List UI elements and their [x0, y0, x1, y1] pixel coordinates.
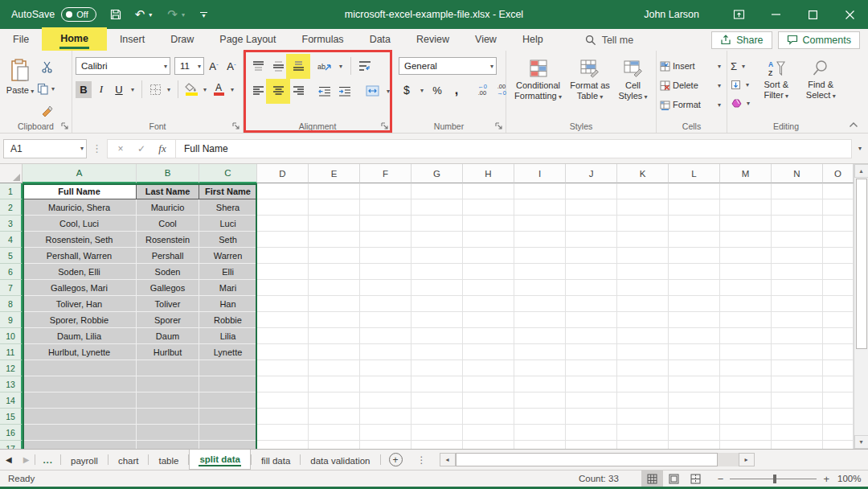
- top-align-button[interactable]: [250, 58, 266, 75]
- cell-I11[interactable]: [514, 344, 566, 360]
- cell-H16[interactable]: [463, 425, 514, 441]
- formula-input[interactable]: Full Name: [176, 139, 852, 158]
- cell-H10[interactable]: [463, 328, 514, 344]
- cell-O3[interactable]: [823, 216, 854, 232]
- clipboard-dialog-launcher[interactable]: [60, 121, 69, 130]
- accounting-dropdown-icon[interactable]: ▾: [418, 87, 426, 94]
- cell-I17[interactable]: [514, 441, 566, 449]
- cell-G15[interactable]: [411, 409, 463, 425]
- cell-J16[interactable]: [566, 425, 617, 441]
- cell-J7[interactable]: [566, 280, 617, 296]
- cell-D2[interactable]: [257, 199, 309, 216]
- cell-J8[interactable]: [566, 296, 617, 312]
- zoom-slider[interactable]: [730, 479, 817, 479]
- cell-H2[interactable]: [463, 199, 514, 216]
- row-header-14[interactable]: 14: [0, 392, 23, 409]
- cell-D17[interactable]: [257, 441, 309, 449]
- autosum-dropdown-icon[interactable]: ▾: [739, 63, 747, 70]
- cell-L6[interactable]: [669, 264, 720, 280]
- cell-J10[interactable]: [566, 328, 617, 344]
- tab-review[interactable]: Review: [403, 29, 462, 51]
- font-family-select[interactable]: Calibri ▾: [76, 57, 170, 75]
- share-button[interactable]: Share: [711, 31, 772, 49]
- alignment-dialog-launcher[interactable]: [380, 121, 389, 130]
- cell-C12[interactable]: [199, 360, 257, 376]
- cell-O9[interactable]: [823, 312, 854, 328]
- cell-N16[interactable]: [772, 425, 823, 441]
- cell-K8[interactable]: [617, 296, 669, 312]
- cell-J17[interactable]: [566, 441, 617, 449]
- orientation-button[interactable]: ab: [317, 58, 333, 75]
- cell-C2[interactable]: Shera: [199, 199, 257, 216]
- cell-H4[interactable]: [463, 232, 514, 248]
- cell-C5[interactable]: Warren: [199, 248, 257, 264]
- column-header-L[interactable]: L: [669, 164, 720, 183]
- cell-M4[interactable]: [720, 232, 772, 248]
- format-dropdown-icon[interactable]: ▾: [715, 101, 723, 109]
- cell-J9[interactable]: [566, 312, 617, 328]
- cell-C14[interactable]: [199, 392, 257, 409]
- scroll-left-icon[interactable]: ◂: [440, 453, 456, 466]
- cell-M11[interactable]: [720, 344, 772, 360]
- cell-G2[interactable]: [411, 199, 463, 216]
- tab-view[interactable]: View: [462, 29, 510, 51]
- cell-I8[interactable]: [514, 296, 566, 312]
- cell-C17[interactable]: [199, 441, 257, 449]
- cell-M3[interactable]: [720, 216, 772, 232]
- cell-N1[interactable]: [772, 183, 823, 199]
- cell-H7[interactable]: [463, 280, 514, 296]
- sheet-overflow-button[interactable]: ...: [35, 450, 60, 470]
- align-right-button[interactable]: [290, 83, 306, 100]
- cell-F15[interactable]: [360, 409, 411, 425]
- cell-L13[interactable]: [669, 376, 720, 392]
- font-color-button[interactable]: A: [211, 81, 227, 98]
- column-header-K[interactable]: K: [617, 164, 669, 183]
- cell-G5[interactable]: [411, 248, 463, 264]
- cell-O11[interactable]: [823, 344, 854, 360]
- cell-E17[interactable]: [309, 441, 360, 449]
- cell-N10[interactable]: [772, 328, 823, 344]
- cell-G17[interactable]: [411, 441, 463, 449]
- row-header-10[interactable]: 10: [0, 328, 23, 344]
- font-dialog-launcher[interactable]: [231, 121, 240, 130]
- cell-K14[interactable]: [617, 392, 669, 409]
- cell-I3[interactable]: [514, 216, 566, 232]
- insert-cells-button[interactable]: Insert ▾: [660, 58, 723, 74]
- delete-cells-button[interactable]: Delete ▾: [660, 77, 723, 93]
- font-color-dropdown-icon[interactable]: ▾: [228, 86, 236, 93]
- scroll-down-icon[interactable]: ▾: [854, 435, 868, 449]
- cell-J2[interactable]: [566, 199, 617, 216]
- column-header-D[interactable]: D: [257, 164, 309, 183]
- cut-button[interactable]: [37, 59, 57, 75]
- cell-F17[interactable]: [360, 441, 411, 449]
- cell-K5[interactable]: [617, 248, 669, 264]
- cell-B17[interactable]: [137, 441, 199, 449]
- tab-file[interactable]: File: [0, 29, 42, 51]
- page-layout-view-button[interactable]: [663, 471, 685, 487]
- cell-G9[interactable]: [411, 312, 463, 328]
- horizontal-scrollbar[interactable]: ◂ ▸: [440, 453, 755, 466]
- cell-N11[interactable]: [772, 344, 823, 360]
- cell-I12[interactable]: [514, 360, 566, 376]
- cell-H15[interactable]: [463, 409, 514, 425]
- cell-D13[interactable]: [257, 376, 309, 392]
- cell-D8[interactable]: [257, 296, 309, 312]
- column-header-N[interactable]: N: [772, 164, 823, 183]
- cell-B15[interactable]: [137, 409, 199, 425]
- cell-J3[interactable]: [566, 216, 617, 232]
- cell-E11[interactable]: [309, 344, 360, 360]
- cell-K7[interactable]: [617, 280, 669, 296]
- cell-K10[interactable]: [617, 328, 669, 344]
- clear-dropdown-icon[interactable]: ▾: [744, 100, 752, 107]
- vertical-scrollbar[interactable]: ▴ ▾: [854, 164, 868, 449]
- cell-N6[interactable]: [772, 264, 823, 280]
- cell-M14[interactable]: [720, 392, 772, 409]
- underline-dropdown-icon[interactable]: ▾: [129, 86, 137, 93]
- cell-H3[interactable]: [463, 216, 514, 232]
- user-name[interactable]: John Larson: [644, 9, 699, 20]
- tab-insert[interactable]: Insert: [107, 29, 158, 51]
- cell-L3[interactable]: [669, 216, 720, 232]
- number-format-select[interactable]: General ▾: [399, 57, 497, 75]
- cell-M16[interactable]: [720, 425, 772, 441]
- cell-N14[interactable]: [772, 392, 823, 409]
